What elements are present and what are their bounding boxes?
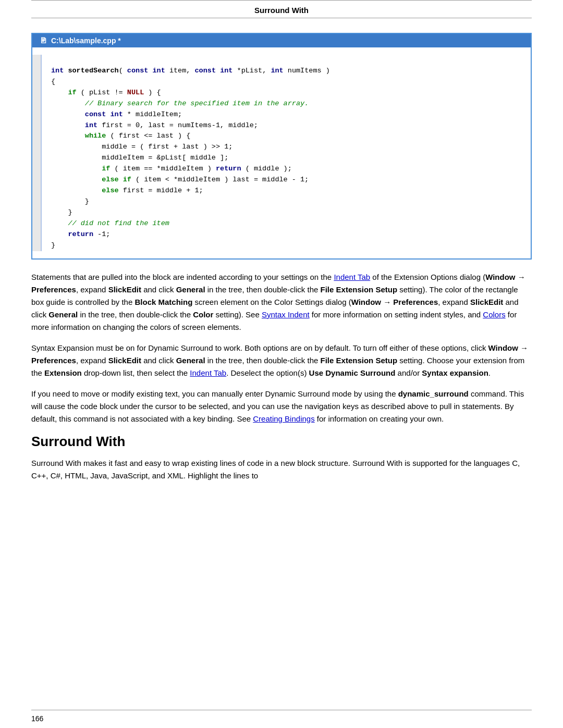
p1-mid9: in the tree, then double-click the [78,310,193,319]
p1-mid11: for more information on setting indent s… [310,310,483,319]
p1-mid6: screen element on the Color Settings dia… [192,298,351,306]
p2-bold7: Syntax expansion [422,368,488,377]
content-area: 🖹 C:\Lab\sample.cpp * int sortedSearch( … [0,18,563,710]
section-heading: Surround With [31,434,532,450]
p2-mid3: in the tree, then double-click the [205,356,321,365]
p2-bold6: Use Dynamic Surround [309,368,396,377]
p2-end: . [488,368,491,377]
p1-bold3: General [176,285,205,294]
p2-bold5: Extension [44,368,82,377]
page-number: 166 [31,714,43,723]
paragraph-4: Surround With makes it fast and easy to … [31,457,532,482]
p1-bold8: General [48,310,78,319]
line-gutter [32,55,42,251]
p1-bold7: SlickEdit [470,298,503,306]
p2-mid2: and click [141,356,176,365]
indent-tab-link-1[interactable]: Indent Tab [334,273,370,281]
p2-mid5: drop-down list, then select the [82,368,190,377]
p1-mid3: and click [141,285,176,294]
p2-mid7: and/or [395,368,422,377]
p1-bold6: Window → Preferences [351,298,438,306]
page-header: Surround With [31,1,532,18]
paragraph-2: Syntax Expansion must be on for Dynamic … [31,342,532,379]
p2-text: Syntax Expansion must be on for Dynamic … [31,343,488,352]
code-body: int sortedSearch( const int item, const … [32,47,531,258]
indent-tab-link-2[interactable]: Indent Tab [190,368,226,377]
file-icon: 🖹 [40,36,47,45]
p1-mid2: , expand [76,285,108,294]
page-footer: 166 [31,710,532,728]
creating-bindings-link[interactable]: Creating Bindings [253,414,314,423]
code-block-wrapper: 🖹 C:\Lab\sample.cpp * int sortedSearch( … [31,33,532,260]
code-tab-label: C:\Lab\sample.cpp * [51,36,121,45]
p3-end: for information on creating your own. [315,414,444,423]
p3-bold1: dynamic_surround [398,389,469,398]
p3-text: If you need to move or modify existing t… [31,389,398,398]
p2-bold4: File Extension Setup [321,356,398,365]
p1-bold5: Block Matching [134,298,192,306]
p2-mid6: . Deselect the option(s) [226,368,309,377]
p1-text-start: Statements that are pulled into the bloc… [31,273,334,281]
p1-bold2: SlickEdit [108,285,141,294]
p1-bold4: File Extension Setup [321,285,398,294]
p2-bold2: SlickEdit [108,356,141,365]
code-content: int sortedSearch( const int item, const … [42,55,339,251]
page-container: Surround With 🖹 C:\Lab\sample.cpp * int … [0,0,563,728]
p1-mid4: in the tree, then double-click the [205,285,321,294]
header-title: Surround With [254,6,309,15]
p1-mid7: , expand [438,298,470,306]
syntax-indent-link[interactable]: Syntax Indent [262,310,310,319]
p1-mid1: of the Extension Options dialog ( [370,273,485,281]
colors-link[interactable]: Colors [483,310,505,319]
p2-bold3: General [176,356,205,365]
code-tab: 🖹 C:\Lab\sample.cpp * [32,34,531,47]
p1-bold9: Color [193,310,213,319]
p1-mid10: setting). See [213,310,262,319]
paragraph-1: Statements that are pulled into the bloc… [31,271,532,334]
p2-mid1: , expand [76,356,108,365]
paragraph-3: If you need to move or modify existing t… [31,388,532,425]
